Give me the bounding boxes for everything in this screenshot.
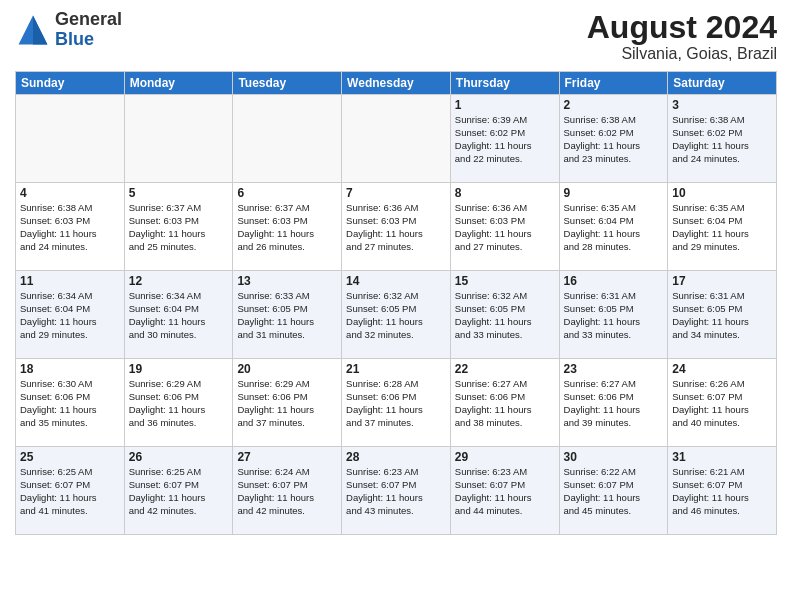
calendar-cell: 11Sunrise: 6:34 AM Sunset: 6:04 PM Dayli… bbox=[16, 271, 125, 359]
day-header-wednesday: Wednesday bbox=[342, 72, 451, 95]
day-header-tuesday: Tuesday bbox=[233, 72, 342, 95]
calendar-cell: 5Sunrise: 6:37 AM Sunset: 6:03 PM Daylig… bbox=[124, 183, 233, 271]
calendar-cell: 31Sunrise: 6:21 AM Sunset: 6:07 PM Dayli… bbox=[668, 447, 777, 535]
day-number: 14 bbox=[346, 274, 446, 288]
day-content: Sunrise: 6:24 AM Sunset: 6:07 PM Dayligh… bbox=[237, 466, 337, 517]
day-content: Sunrise: 6:25 AM Sunset: 6:07 PM Dayligh… bbox=[129, 466, 229, 517]
day-number: 13 bbox=[237, 274, 337, 288]
calendar-cell: 30Sunrise: 6:22 AM Sunset: 6:07 PM Dayli… bbox=[559, 447, 668, 535]
week-row-5: 25Sunrise: 6:25 AM Sunset: 6:07 PM Dayli… bbox=[16, 447, 777, 535]
calendar-cell: 15Sunrise: 6:32 AM Sunset: 6:05 PM Dayli… bbox=[450, 271, 559, 359]
calendar-cell: 21Sunrise: 6:28 AM Sunset: 6:06 PM Dayli… bbox=[342, 359, 451, 447]
calendar-cell: 7Sunrise: 6:36 AM Sunset: 6:03 PM Daylig… bbox=[342, 183, 451, 271]
day-number: 29 bbox=[455, 450, 555, 464]
day-content: Sunrise: 6:31 AM Sunset: 6:05 PM Dayligh… bbox=[672, 290, 772, 341]
day-content: Sunrise: 6:32 AM Sunset: 6:05 PM Dayligh… bbox=[346, 290, 446, 341]
calendar-cell: 13Sunrise: 6:33 AM Sunset: 6:05 PM Dayli… bbox=[233, 271, 342, 359]
month-year: August 2024 bbox=[587, 10, 777, 45]
day-content: Sunrise: 6:29 AM Sunset: 6:06 PM Dayligh… bbox=[129, 378, 229, 429]
day-number: 17 bbox=[672, 274, 772, 288]
logo-text: General Blue bbox=[55, 10, 122, 50]
day-number: 23 bbox=[564, 362, 664, 376]
day-content: Sunrise: 6:34 AM Sunset: 6:04 PM Dayligh… bbox=[129, 290, 229, 341]
calendar-cell: 29Sunrise: 6:23 AM Sunset: 6:07 PM Dayli… bbox=[450, 447, 559, 535]
page: General Blue August 2024 Silvania, Goias… bbox=[0, 0, 792, 612]
calendar-cell: 2Sunrise: 6:38 AM Sunset: 6:02 PM Daylig… bbox=[559, 95, 668, 183]
calendar-cell: 9Sunrise: 6:35 AM Sunset: 6:04 PM Daylig… bbox=[559, 183, 668, 271]
day-content: Sunrise: 6:38 AM Sunset: 6:03 PM Dayligh… bbox=[20, 202, 120, 253]
day-number: 1 bbox=[455, 98, 555, 112]
day-number: 19 bbox=[129, 362, 229, 376]
day-number: 6 bbox=[237, 186, 337, 200]
day-number: 11 bbox=[20, 274, 120, 288]
calendar-cell: 20Sunrise: 6:29 AM Sunset: 6:06 PM Dayli… bbox=[233, 359, 342, 447]
week-row-2: 4Sunrise: 6:38 AM Sunset: 6:03 PM Daylig… bbox=[16, 183, 777, 271]
calendar-cell bbox=[124, 95, 233, 183]
day-number: 15 bbox=[455, 274, 555, 288]
calendar-cell: 22Sunrise: 6:27 AM Sunset: 6:06 PM Dayli… bbox=[450, 359, 559, 447]
calendar-cell: 8Sunrise: 6:36 AM Sunset: 6:03 PM Daylig… bbox=[450, 183, 559, 271]
day-content: Sunrise: 6:28 AM Sunset: 6:06 PM Dayligh… bbox=[346, 378, 446, 429]
day-number: 21 bbox=[346, 362, 446, 376]
day-number: 24 bbox=[672, 362, 772, 376]
day-header-sunday: Sunday bbox=[16, 72, 125, 95]
day-number: 3 bbox=[672, 98, 772, 112]
day-number: 2 bbox=[564, 98, 664, 112]
day-number: 18 bbox=[20, 362, 120, 376]
day-number: 4 bbox=[20, 186, 120, 200]
title-block: August 2024 Silvania, Goias, Brazil bbox=[587, 10, 777, 63]
day-content: Sunrise: 6:38 AM Sunset: 6:02 PM Dayligh… bbox=[672, 114, 772, 165]
day-content: Sunrise: 6:25 AM Sunset: 6:07 PM Dayligh… bbox=[20, 466, 120, 517]
calendar-cell: 24Sunrise: 6:26 AM Sunset: 6:07 PM Dayli… bbox=[668, 359, 777, 447]
week-row-3: 11Sunrise: 6:34 AM Sunset: 6:04 PM Dayli… bbox=[16, 271, 777, 359]
header: General Blue August 2024 Silvania, Goias… bbox=[15, 10, 777, 63]
day-content: Sunrise: 6:30 AM Sunset: 6:06 PM Dayligh… bbox=[20, 378, 120, 429]
day-content: Sunrise: 6:22 AM Sunset: 6:07 PM Dayligh… bbox=[564, 466, 664, 517]
day-content: Sunrise: 6:35 AM Sunset: 6:04 PM Dayligh… bbox=[672, 202, 772, 253]
calendar-cell: 19Sunrise: 6:29 AM Sunset: 6:06 PM Dayli… bbox=[124, 359, 233, 447]
day-content: Sunrise: 6:39 AM Sunset: 6:02 PM Dayligh… bbox=[455, 114, 555, 165]
week-row-4: 18Sunrise: 6:30 AM Sunset: 6:06 PM Dayli… bbox=[16, 359, 777, 447]
day-content: Sunrise: 6:38 AM Sunset: 6:02 PM Dayligh… bbox=[564, 114, 664, 165]
day-content: Sunrise: 6:29 AM Sunset: 6:06 PM Dayligh… bbox=[237, 378, 337, 429]
calendar-cell: 3Sunrise: 6:38 AM Sunset: 6:02 PM Daylig… bbox=[668, 95, 777, 183]
day-header-friday: Friday bbox=[559, 72, 668, 95]
calendar-cell: 26Sunrise: 6:25 AM Sunset: 6:07 PM Dayli… bbox=[124, 447, 233, 535]
day-number: 31 bbox=[672, 450, 772, 464]
calendar-cell: 27Sunrise: 6:24 AM Sunset: 6:07 PM Dayli… bbox=[233, 447, 342, 535]
day-number: 28 bbox=[346, 450, 446, 464]
day-content: Sunrise: 6:27 AM Sunset: 6:06 PM Dayligh… bbox=[564, 378, 664, 429]
calendar-cell: 4Sunrise: 6:38 AM Sunset: 6:03 PM Daylig… bbox=[16, 183, 125, 271]
day-content: Sunrise: 6:32 AM Sunset: 6:05 PM Dayligh… bbox=[455, 290, 555, 341]
day-number: 30 bbox=[564, 450, 664, 464]
calendar-cell: 12Sunrise: 6:34 AM Sunset: 6:04 PM Dayli… bbox=[124, 271, 233, 359]
day-content: Sunrise: 6:34 AM Sunset: 6:04 PM Dayligh… bbox=[20, 290, 120, 341]
calendar-cell: 16Sunrise: 6:31 AM Sunset: 6:05 PM Dayli… bbox=[559, 271, 668, 359]
day-content: Sunrise: 6:37 AM Sunset: 6:03 PM Dayligh… bbox=[129, 202, 229, 253]
day-number: 26 bbox=[129, 450, 229, 464]
day-number: 8 bbox=[455, 186, 555, 200]
svg-marker-1 bbox=[33, 15, 47, 44]
logo-icon bbox=[15, 12, 51, 48]
day-content: Sunrise: 6:21 AM Sunset: 6:07 PM Dayligh… bbox=[672, 466, 772, 517]
calendar-cell: 28Sunrise: 6:23 AM Sunset: 6:07 PM Dayli… bbox=[342, 447, 451, 535]
day-content: Sunrise: 6:36 AM Sunset: 6:03 PM Dayligh… bbox=[346, 202, 446, 253]
day-number: 25 bbox=[20, 450, 120, 464]
location: Silvania, Goias, Brazil bbox=[587, 45, 777, 63]
day-number: 20 bbox=[237, 362, 337, 376]
day-header-saturday: Saturday bbox=[668, 72, 777, 95]
calendar-cell bbox=[342, 95, 451, 183]
calendar-cell bbox=[16, 95, 125, 183]
logo-blue: Blue bbox=[55, 29, 94, 49]
day-number: 27 bbox=[237, 450, 337, 464]
day-header-monday: Monday bbox=[124, 72, 233, 95]
day-content: Sunrise: 6:23 AM Sunset: 6:07 PM Dayligh… bbox=[346, 466, 446, 517]
day-header-thursday: Thursday bbox=[450, 72, 559, 95]
day-content: Sunrise: 6:26 AM Sunset: 6:07 PM Dayligh… bbox=[672, 378, 772, 429]
calendar-cell: 23Sunrise: 6:27 AM Sunset: 6:06 PM Dayli… bbox=[559, 359, 668, 447]
calendar-table: SundayMondayTuesdayWednesdayThursdayFrid… bbox=[15, 71, 777, 535]
logo: General Blue bbox=[15, 10, 122, 50]
day-content: Sunrise: 6:35 AM Sunset: 6:04 PM Dayligh… bbox=[564, 202, 664, 253]
day-number: 16 bbox=[564, 274, 664, 288]
day-content: Sunrise: 6:37 AM Sunset: 6:03 PM Dayligh… bbox=[237, 202, 337, 253]
